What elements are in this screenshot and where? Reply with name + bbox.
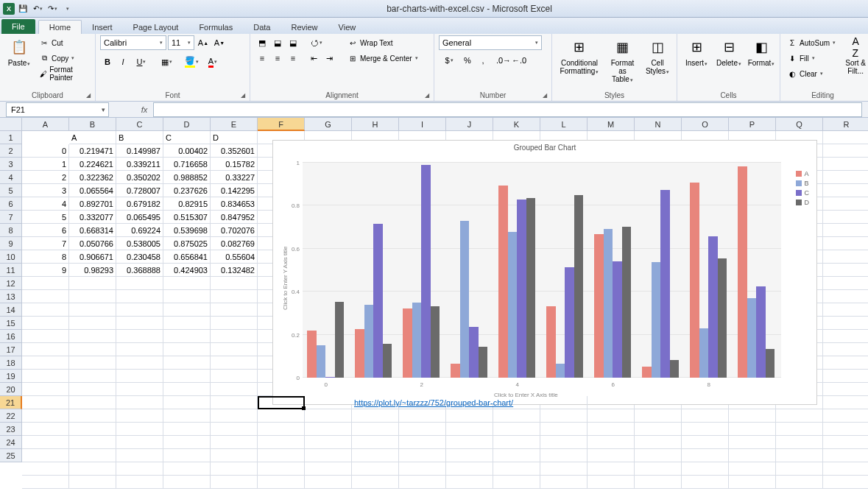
cell[interactable]: 0.834653 bbox=[211, 197, 258, 211]
column-header[interactable]: G bbox=[305, 118, 352, 131]
cell[interactable] bbox=[211, 383, 258, 396]
fill-color-button[interactable]: 🪣▾ bbox=[181, 54, 202, 69]
cell[interactable]: 0.050766 bbox=[69, 237, 116, 250]
column-header[interactable]: J bbox=[446, 118, 493, 131]
cell[interactable] bbox=[823, 383, 868, 396]
cell[interactable] bbox=[69, 317, 116, 330]
cell[interactable] bbox=[22, 423, 69, 436]
cell[interactable] bbox=[446, 409, 493, 423]
column-header[interactable]: C bbox=[116, 118, 163, 131]
percent-button[interactable]: % bbox=[460, 53, 475, 68]
cell[interactable] bbox=[22, 330, 69, 343]
cell[interactable] bbox=[399, 449, 446, 462]
cell[interactable] bbox=[493, 436, 540, 449]
cell[interactable] bbox=[446, 449, 493, 462]
cell[interactable]: 0.69224 bbox=[116, 224, 163, 237]
cell[interactable] bbox=[258, 476, 305, 489]
cell[interactable] bbox=[163, 356, 211, 370]
cell[interactable] bbox=[69, 370, 116, 383]
cell[interactable] bbox=[163, 409, 211, 423]
cell[interactable] bbox=[258, 462, 305, 476]
cell[interactable]: 5 bbox=[22, 211, 69, 224]
cell[interactable]: 4 bbox=[22, 197, 69, 211]
cell[interactable] bbox=[399, 423, 446, 436]
cell[interactable] bbox=[823, 462, 868, 476]
font-launcher-icon[interactable]: ◢ bbox=[241, 92, 248, 99]
cell[interactable] bbox=[588, 436, 635, 449]
cell[interactable] bbox=[116, 383, 163, 396]
decrease-indent-button[interactable]: ⇤ bbox=[306, 51, 321, 66]
cell[interactable]: 0.082769 bbox=[211, 237, 258, 250]
cell[interactable] bbox=[729, 462, 776, 476]
cell[interactable] bbox=[305, 462, 352, 476]
column-header[interactable]: Q bbox=[776, 118, 823, 131]
cell[interactable]: 1 bbox=[22, 158, 69, 171]
cell[interactable] bbox=[211, 277, 258, 290]
cell[interactable] bbox=[211, 396, 258, 409]
cell[interactable] bbox=[22, 303, 69, 317]
cell[interactable]: 0.875025 bbox=[163, 237, 211, 250]
cell[interactable] bbox=[163, 423, 211, 436]
paste-button[interactable]: 📋 Paste▾ bbox=[4, 35, 34, 68]
cell[interactable] bbox=[163, 303, 211, 317]
cell[interactable] bbox=[776, 409, 823, 423]
undo-icon[interactable]: ↶▾ bbox=[31, 2, 44, 15]
cell[interactable] bbox=[116, 409, 163, 423]
cell[interactable] bbox=[69, 409, 116, 423]
cell[interactable] bbox=[682, 462, 729, 476]
tab-insert[interactable]: Insert bbox=[82, 21, 123, 34]
cell[interactable]: B bbox=[116, 131, 163, 144]
cell[interactable]: 0.332077 bbox=[69, 211, 116, 224]
column-header[interactable]: N bbox=[635, 118, 682, 131]
column-header[interactable]: D bbox=[163, 118, 211, 131]
cell[interactable] bbox=[729, 409, 776, 423]
cell[interactable] bbox=[399, 462, 446, 476]
worksheet-grid[interactable]: ABCDEFGHIJKLMNOPQR 123456789101112131415… bbox=[0, 118, 868, 493]
embedded-chart[interactable]: Grouped Bar Chart 00.20.40.60.8102468 Cl… bbox=[272, 140, 817, 405]
accounting-button[interactable]: $▾ bbox=[439, 53, 459, 68]
column-header[interactable]: E bbox=[211, 118, 258, 131]
column-header[interactable]: I bbox=[399, 118, 446, 131]
cell[interactable] bbox=[116, 317, 163, 330]
cell[interactable]: 0.538005 bbox=[116, 237, 163, 250]
cell[interactable] bbox=[163, 396, 211, 409]
column-header[interactable]: L bbox=[540, 118, 588, 131]
decrease-decimal-button[interactable]: ←.0 bbox=[512, 53, 526, 68]
cell[interactable] bbox=[258, 449, 305, 462]
cell[interactable]: 6 bbox=[22, 224, 69, 237]
cell[interactable]: 0.065495 bbox=[116, 211, 163, 224]
cell[interactable]: 0.656841 bbox=[163, 250, 211, 264]
cell[interactable]: 0.716658 bbox=[163, 158, 211, 171]
cell[interactable] bbox=[22, 356, 69, 370]
cell[interactable]: C bbox=[163, 131, 211, 144]
number-launcher-icon[interactable]: ◢ bbox=[543, 92, 550, 99]
tab-review[interactable]: Review bbox=[280, 21, 328, 34]
cell[interactable] bbox=[163, 370, 211, 383]
cell[interactable]: 0.702076 bbox=[211, 224, 258, 237]
fx-icon[interactable]: fx bbox=[135, 105, 153, 114]
cell[interactable] bbox=[682, 409, 729, 423]
cell[interactable] bbox=[588, 462, 635, 476]
cell[interactable]: 0.224621 bbox=[69, 158, 116, 171]
row-header[interactable]: 5 bbox=[0, 184, 22, 197]
cell[interactable]: 0.55604 bbox=[211, 250, 258, 264]
cell[interactable] bbox=[729, 449, 776, 462]
row-header[interactable]: 21 bbox=[0, 396, 22, 409]
column-header[interactable]: F bbox=[258, 118, 305, 131]
row-header[interactable]: 2 bbox=[0, 144, 22, 158]
cell[interactable] bbox=[823, 264, 868, 277]
cell[interactable]: 0.515307 bbox=[163, 211, 211, 224]
cell[interactable] bbox=[211, 423, 258, 436]
cell[interactable]: 8 bbox=[22, 250, 69, 264]
save-icon[interactable]: 💾 bbox=[16, 2, 29, 15]
cell[interactable] bbox=[69, 356, 116, 370]
cell[interactable] bbox=[69, 290, 116, 303]
cell[interactable] bbox=[729, 436, 776, 449]
cell[interactable]: 0.237626 bbox=[163, 184, 211, 197]
cell[interactable] bbox=[540, 423, 588, 436]
cell[interactable] bbox=[305, 436, 352, 449]
cell[interactable] bbox=[116, 277, 163, 290]
cell[interactable] bbox=[682, 449, 729, 462]
align-top-button[interactable]: ⬒ bbox=[255, 35, 269, 50]
hyperlink-cell[interactable]: https://plot.ly/~tarzzz/752/grouped-bar-… bbox=[352, 396, 588, 409]
